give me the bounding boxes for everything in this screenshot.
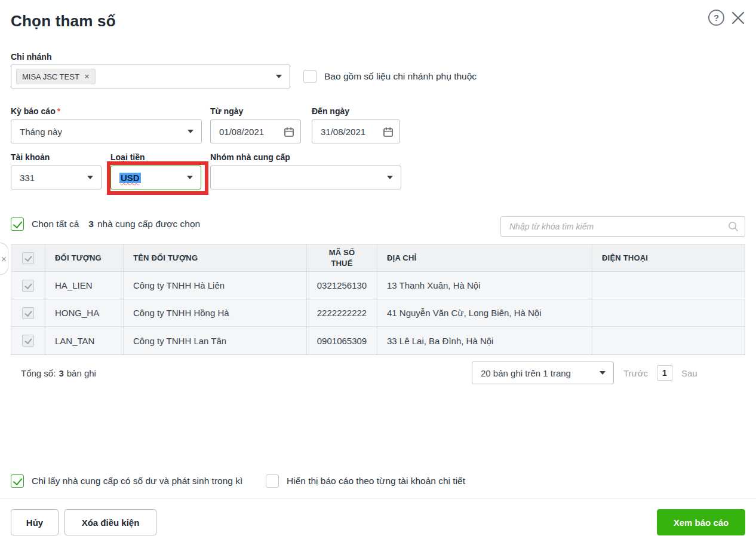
page-size-value: 20 bản ghi trên 1 trang — [481, 368, 571, 378]
to-date-input[interactable]: 31/08/2021 — [312, 120, 400, 143]
table-row[interactable]: LAN_TAN Công ty TNHH Lan Tân 0901065309 … — [11, 327, 745, 354]
cell-address: 41 Nguyễn Văn Cừ, Long Biên, Hà Nội — [377, 299, 592, 326]
collapse-icon — [1, 256, 7, 262]
cell-code: HA_LIEN — [45, 272, 123, 299]
cell-code: HONG_HA — [45, 299, 123, 326]
include-sub-branch-option[interactable]: Bao gồm số liệu chi nhánh phụ thuộc — [303, 70, 477, 83]
search-input[interactable] — [509, 222, 723, 231]
calendar-icon[interactable] — [382, 126, 394, 138]
branch-tag: MISA JSC TEST ✕ — [16, 69, 96, 84]
only-with-balance-checkbox[interactable] — [11, 474, 24, 488]
chevron-down-icon — [276, 75, 282, 78]
select-all-checkbox[interactable] — [11, 218, 24, 231]
total-suffix: bản ghi — [67, 368, 96, 378]
next-page-button[interactable]: Sau — [681, 368, 697, 378]
supplier-group-select[interactable] — [210, 166, 401, 189]
help-icon[interactable]: ? — [708, 10, 724, 26]
table-row[interactable]: HA_LIEN Công ty TNHH Hà Liên 0321256130 … — [11, 272, 745, 299]
col-header-code[interactable]: ĐỐI TƯỢNG — [45, 244, 123, 271]
cell-phone — [592, 327, 745, 354]
include-sub-branch-label: Bao gồm số liệu chi nhánh phụ thuộc — [324, 71, 477, 82]
col-header-name[interactable]: TÊN ĐỐI TƯỢNG — [123, 244, 306, 271]
cell-tax: 2222222222 — [306, 299, 377, 326]
col-header-tax[interactable]: MÃ SỐ THUẾ — [324, 247, 361, 268]
current-page-box[interactable]: 1 — [657, 365, 672, 381]
selected-count-suffix: nhà cung cấp được chọn — [97, 219, 200, 229]
cell-address: 13 Thanh Xuân, Hà Nội — [377, 272, 592, 299]
chevron-down-icon — [187, 176, 193, 179]
clear-conditions-button[interactable]: Xóa điều kiện — [64, 509, 156, 535]
chevron-down-icon — [188, 130, 193, 133]
report-period-label-text: Kỳ báo cáo — [11, 106, 56, 116]
branch-multiselect[interactable]: MISA JSC TEST ✕ — [11, 65, 290, 88]
from-date-input[interactable]: 01/08/2021 — [210, 120, 301, 143]
row-checkbox[interactable] — [22, 307, 34, 319]
report-period-select[interactable]: Tháng này — [11, 120, 202, 143]
cell-name: Công ty TNHH Hồng Hà — [123, 299, 306, 326]
table-row[interactable]: HONG_HA Công ty TNHH Hồng Hà 2222222222 … — [11, 299, 745, 327]
cell-name: Công ty TNHH Lan Tân — [123, 327, 306, 354]
supplier-group-label: Nhóm nhà cung cấp — [210, 152, 290, 162]
cell-code: LAN_TAN — [45, 327, 123, 354]
only-with-balance-label: Chỉ lấy nhà cung cấp có số dư và phát si… — [32, 476, 242, 486]
required-asterisk: * — [57, 106, 60, 116]
supplier-search — [500, 216, 745, 237]
cell-phone — [592, 299, 745, 326]
cell-tax: 0321256130 — [306, 272, 377, 299]
pager: Trước 1 Sau — [623, 362, 697, 384]
supplier-table: ĐỐI TƯỢNG TÊN ĐỐI TƯỢNG MÃ SỐ THUẾ ĐỊA C… — [11, 244, 745, 355]
row-checkbox[interactable] — [22, 335, 34, 347]
row-checkbox[interactable] — [22, 280, 34, 292]
currency-select[interactable]: USD — [110, 166, 201, 189]
page-size-select[interactable]: 20 bản ghi trên 1 trang — [472, 362, 614, 384]
currency-label: Loại tiền — [110, 152, 145, 162]
select-all-row: Chọn tất cả 3 nhà cung cấp được chọn — [11, 218, 200, 231]
from-date-label: Từ ngày — [210, 106, 243, 116]
currency-value: USD — [119, 173, 141, 183]
show-by-detail-account-checkbox[interactable] — [266, 474, 279, 488]
include-sub-branch-checkbox[interactable] — [303, 70, 316, 83]
total-records: Tổng số: 3 bản ghi — [21, 362, 96, 384]
page-title: Chọn tham số — [11, 12, 116, 30]
show-by-detail-account-label: Hiển thị báo cáo theo từng tài khoản chi… — [287, 476, 465, 486]
chevron-down-icon — [600, 371, 606, 375]
branch-tag-remove-icon[interactable]: ✕ — [84, 73, 90, 81]
show-by-detail-account-option[interactable]: Hiển thị báo cáo theo từng tài khoản chi… — [266, 474, 465, 488]
branch-tag-label: MISA JSC TEST — [22, 72, 79, 81]
from-date-value: 01/08/2021 — [219, 127, 264, 137]
account-select[interactable]: 331 — [11, 166, 102, 189]
cancel-button[interactable]: Hủy — [11, 509, 59, 535]
col-header-address[interactable]: ĐỊA CHỈ — [377, 244, 592, 271]
cell-name: Công ty TNHH Hà Liên — [123, 272, 306, 299]
view-report-button[interactable]: Xem báo cáo — [657, 509, 745, 535]
account-value: 331 — [20, 173, 35, 183]
search-icon[interactable] — [727, 221, 739, 232]
account-label: Tài khoản — [11, 152, 50, 162]
only-with-balance-option[interactable]: Chỉ lấy nhà cung cấp có số dư và phát si… — [11, 474, 242, 488]
close-icon[interactable] — [730, 10, 746, 28]
total-count: 3 — [59, 368, 63, 378]
col-header-phone[interactable]: ĐIỆN THOẠI — [592, 244, 745, 271]
help-glyph: ? — [714, 13, 719, 23]
panel-collapse-handle[interactable] — [0, 243, 8, 275]
footer-divider — [0, 498, 756, 498]
total-label: Tổng số: — [21, 368, 56, 378]
to-date-label: Đến ngày — [312, 106, 349, 116]
cell-tax: 0901065309 — [306, 327, 377, 354]
cell-address: 33 Lê Lai, Ba Đình, Hà Nội — [377, 327, 592, 354]
choose-parameters-dialog: Chọn tham số ? Chi nhánh MISA JSC TEST ✕… — [0, 0, 756, 545]
selected-count: 3 — [88, 219, 94, 229]
chevron-down-icon — [87, 176, 93, 179]
select-all-label: Chọn tất cả — [32, 219, 79, 229]
cell-phone — [592, 272, 745, 299]
prev-page-button[interactable]: Trước — [623, 368, 648, 378]
header-checkbox[interactable] — [22, 252, 34, 264]
chevron-down-icon — [387, 176, 393, 179]
report-period-value: Tháng này — [20, 127, 62, 137]
calendar-icon[interactable] — [283, 126, 295, 138]
branch-label: Chi nhánh — [11, 52, 51, 62]
to-date-value: 31/08/2021 — [321, 127, 365, 137]
table-header-row: ĐỐI TƯỢNG TÊN ĐỐI TƯỢNG MÃ SỐ THUẾ ĐỊA C… — [11, 244, 745, 272]
report-period-label: Kỳ báo cáo* — [11, 106, 60, 116]
